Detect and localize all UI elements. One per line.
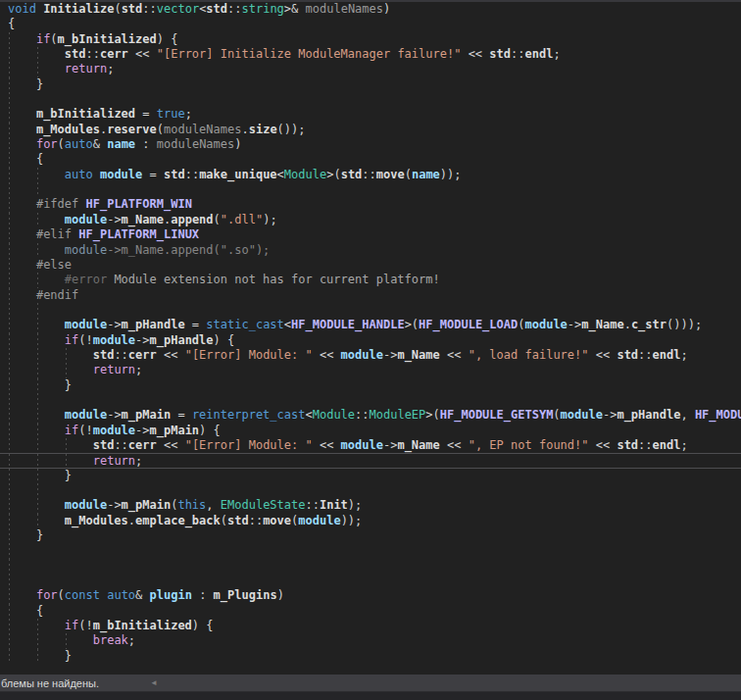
code-line[interactable]: m_bInitialized = true; bbox=[0, 107, 741, 122]
code-line[interactable]: #else bbox=[0, 258, 741, 273]
code-line[interactable] bbox=[0, 182, 741, 197]
code-token: m_pMain bbox=[122, 498, 172, 512]
code-token: c_str bbox=[631, 318, 667, 331]
code-line[interactable]: #elif HF_PLATFORM_LINUX bbox=[0, 227, 741, 242]
code-line[interactable]: for(auto& name : moduleNames) bbox=[0, 137, 741, 152]
code-line[interactable]: if(!module->m_pMain) { bbox=[0, 424, 741, 438]
code-line[interactable] bbox=[0, 303, 741, 318]
code-token: :: bbox=[638, 438, 652, 452]
code-token: std bbox=[617, 348, 638, 362]
code-token: HF_MODULE_HANDLE bbox=[291, 318, 405, 331]
code-token: ->m_Name.append( bbox=[107, 243, 221, 257]
indent-guide bbox=[66, 438, 67, 453]
code-line[interactable]: std::cerr << "[Error] Module: " << modul… bbox=[0, 438, 741, 453]
indent-guide bbox=[9, 469, 10, 483]
indent-guide bbox=[9, 107, 10, 122]
indentation bbox=[8, 649, 65, 663]
code-line[interactable]: module->m_Name.append(".so"); bbox=[0, 243, 741, 258]
code-line[interactable]: void Initialize(std::vector<std::string>… bbox=[0, 2, 741, 17]
indent-guide bbox=[9, 424, 10, 438]
code-line[interactable]: for(const auto& plugin : m_Plugins) bbox=[0, 588, 741, 603]
code-line[interactable]: } bbox=[0, 77, 741, 92]
code-line[interactable] bbox=[0, 393, 741, 408]
code-token: std bbox=[65, 47, 86, 61]
code-token: ( bbox=[221, 514, 227, 527]
code-line[interactable]: module->m_Name.append(".dll"); bbox=[0, 213, 741, 227]
code-line[interactable] bbox=[0, 483, 741, 498]
code-token: std bbox=[489, 47, 511, 61]
code-token: module bbox=[100, 168, 142, 181]
indent-guide bbox=[66, 363, 67, 377]
code-line[interactable]: m_Modules.emplace_back(std::move(module)… bbox=[0, 514, 741, 528]
code-line[interactable] bbox=[0, 543, 741, 558]
code-token: make_unique bbox=[199, 168, 276, 181]
indent-guide bbox=[9, 543, 10, 558]
code-token: = bbox=[185, 318, 207, 331]
status-message[interactable]: блемы не найдены. bbox=[1, 677, 99, 689]
code-line[interactable]: #endif bbox=[0, 288, 741, 303]
code-line[interactable]: return; bbox=[0, 62, 741, 76]
code-line[interactable]: #ifdef HF_PLATFORM_WIN bbox=[0, 197, 741, 212]
code-line[interactable]: } bbox=[0, 649, 741, 664]
code-line[interactable]: if(!module->m_pHandle) { bbox=[0, 333, 741, 348]
indent-guide bbox=[9, 408, 10, 423]
code-token: ".dll" bbox=[221, 213, 263, 226]
code-token: const bbox=[65, 588, 100, 602]
code-line[interactable]: { bbox=[0, 17, 741, 31]
code-token: m_bInitialized bbox=[36, 107, 135, 121]
code-line[interactable]: { bbox=[0, 604, 741, 619]
code-line[interactable]: module->m_pMain(this, EModuleState::Init… bbox=[0, 498, 741, 513]
code-line[interactable]: module->m_pHandle = static_cast<HF_MODUL… bbox=[0, 318, 741, 332]
indentation bbox=[8, 363, 93, 376]
code-token: ) bbox=[234, 137, 241, 151]
indentation bbox=[8, 318, 65, 331]
code-line[interactable]: } bbox=[0, 528, 741, 543]
code-token: m_Name bbox=[397, 348, 439, 362]
indentation bbox=[8, 454, 93, 468]
code-line-current[interactable]: return; bbox=[0, 453, 741, 468]
code-line[interactable]: auto module = std::make_unique<Module>(s… bbox=[0, 168, 741, 182]
code-token: m_pHandle bbox=[150, 333, 214, 347]
indent-guide bbox=[9, 514, 10, 528]
code-token: m_Modules bbox=[65, 514, 128, 527]
indent-guide bbox=[37, 333, 38, 348]
indentation bbox=[8, 197, 36, 211]
code-token: cerr bbox=[128, 438, 157, 452]
code-line[interactable]: std::cerr << "[Error] Initialize ModuleM… bbox=[0, 47, 741, 62]
code-token: vector bbox=[157, 2, 199, 16]
code-line[interactable]: module->m_pMain = reinterpret_cast<Modul… bbox=[0, 408, 741, 423]
code-token: std bbox=[617, 438, 638, 452]
code-token: module bbox=[524, 318, 567, 331]
code-line[interactable]: #error Module extension not has for curr… bbox=[0, 273, 741, 287]
code-token: module bbox=[65, 498, 107, 512]
code-token: emplace_back bbox=[135, 514, 221, 527]
code-line[interactable]: } bbox=[0, 378, 741, 393]
code-line[interactable] bbox=[0, 574, 741, 588]
code-line[interactable]: if(m_bInitialized) { bbox=[0, 32, 741, 47]
code-token: append bbox=[171, 213, 213, 226]
code-line[interactable]: return; bbox=[0, 363, 741, 377]
indent-guide bbox=[9, 528, 10, 543]
code-line[interactable]: m_Modules.reserve(moduleNames.size()); bbox=[0, 123, 741, 137]
code-line[interactable]: if(!m_bInitialized) { bbox=[0, 619, 741, 633]
code-token: )); bbox=[440, 168, 462, 181]
code-token: move bbox=[263, 514, 291, 527]
indentation bbox=[8, 62, 65, 75]
code-line[interactable]: } bbox=[0, 469, 741, 483]
indent-guide bbox=[37, 62, 38, 76]
code-line[interactable]: break; bbox=[0, 633, 741, 648]
code-line[interactable]: { bbox=[0, 152, 741, 167]
code-line[interactable]: std::cerr << "[Error] Module: " << modul… bbox=[0, 348, 741, 363]
code-token: -> bbox=[107, 408, 121, 422]
code-editor-pane[interactable]: void Initialize(std::vector<std::string>… bbox=[0, 2, 741, 675]
indent-guide bbox=[9, 363, 10, 377]
code-token: this bbox=[177, 498, 206, 512]
code-line[interactable] bbox=[0, 92, 741, 107]
code-token: ( bbox=[114, 2, 121, 16]
collapse-arrow-icon[interactable]: ◄ bbox=[150, 675, 158, 691]
indent-guide bbox=[9, 588, 10, 603]
code-token: ", EP not found!" bbox=[469, 438, 589, 452]
code-line[interactable] bbox=[0, 559, 741, 574]
code-token: HF_MODULE_GETSYM bbox=[440, 408, 554, 422]
indent-guide bbox=[37, 514, 38, 528]
